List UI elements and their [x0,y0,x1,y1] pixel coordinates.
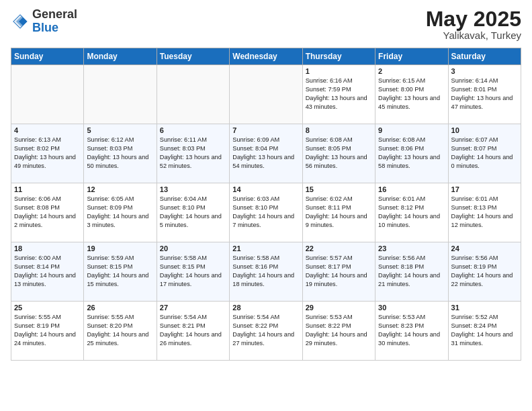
sunset-text: Sunset: 8:08 PM [14,204,60,211]
sunrise-text: Sunrise: 6:00 AM [14,255,61,261]
daylight-text: Daylight: 13 hours and 49 minutes. [14,154,76,169]
daylight-text: Daylight: 14 hours and 22 minutes. [451,272,513,287]
sunrise-text: Sunrise: 5:57 AM [306,255,353,261]
sunset-text: Sunset: 8:04 PM [232,145,278,152]
calendar-week-row: 18Sunrise: 6:00 AMSunset: 8:14 PMDayligh… [11,242,521,302]
day-info: Sunrise: 6:15 AMSunset: 8:00 PMDaylight:… [378,77,445,111]
day-number: 9 [378,126,445,134]
sunrise-text: Sunrise: 6:01 AM [451,195,498,202]
day-number: 3 [451,67,518,75]
table-row: 27Sunrise: 5:54 AMSunset: 8:21 PMDayligh… [157,302,229,361]
day-number: 19 [87,244,153,253]
day-number: 1 [306,67,372,75]
day-info: Sunrise: 5:55 AMSunset: 8:20 PMDaylight:… [87,313,153,348]
day-info: Sunrise: 6:12 AMSunset: 8:03 PMDaylight:… [87,136,153,171]
daylight-text: Daylight: 14 hours and 29 minutes. [306,331,367,347]
table-row: 4Sunrise: 6:13 AMSunset: 8:02 PMDaylight… [11,124,84,183]
sunset-text: Sunset: 8:10 PM [232,204,278,211]
day-info: Sunrise: 6:05 AMSunset: 8:09 PMDaylight:… [87,195,153,230]
day-number: 17 [451,185,518,193]
day-number: 11 [14,185,81,193]
daylight-text: Daylight: 13 hours and 47 minutes. [451,95,513,110]
sunset-text: Sunset: 8:19 PM [451,263,497,270]
table-row: 22Sunrise: 5:57 AMSunset: 8:17 PMDayligh… [302,242,375,302]
sunset-text: Sunset: 8:03 PM [160,145,206,152]
sunset-text: Sunset: 8:11 PM [306,204,351,211]
sunrise-text: Sunrise: 5:53 AM [306,314,353,320]
table-row: 26Sunrise: 5:55 AMSunset: 8:20 PMDayligh… [84,302,157,361]
calendar-week-row: 25Sunrise: 5:55 AMSunset: 8:19 PMDayligh… [11,302,521,361]
sunset-text: Sunset: 8:10 PM [160,204,206,211]
sunset-text: Sunset: 8:06 PM [378,145,424,152]
table-row: 28Sunrise: 5:54 AMSunset: 8:22 PMDayligh… [230,302,302,361]
sunrise-text: Sunrise: 5:54 AM [160,314,207,320]
table-row: 9Sunrise: 6:08 AMSunset: 8:06 PMDaylight… [375,124,448,183]
calendar-week-row: 1Sunrise: 6:16 AMSunset: 7:59 PMDaylight… [11,65,521,124]
daylight-text: Daylight: 13 hours and 58 minutes. [378,154,440,169]
sunrise-text: Sunrise: 6:08 AM [306,136,353,143]
sunrise-text: Sunrise: 6:09 AM [232,136,279,143]
sunrise-text: Sunrise: 5:58 AM [160,255,207,261]
sunset-text: Sunset: 8:12 PM [378,204,424,211]
day-info: Sunrise: 5:56 AMSunset: 8:18 PMDaylight:… [378,254,445,289]
table-row [157,65,229,124]
table-row: 25Sunrise: 5:55 AMSunset: 8:19 PMDayligh… [11,302,84,361]
daylight-text: Daylight: 14 hours and 10 minutes. [378,213,440,228]
daylight-text: Daylight: 14 hours and 24 minutes. [14,331,76,347]
day-info: Sunrise: 6:02 AMSunset: 8:11 PMDaylight:… [306,195,372,230]
sunrise-text: Sunrise: 6:08 AM [378,136,425,143]
sunrise-text: Sunrise: 6:07 AM [451,136,498,143]
day-info: Sunrise: 5:52 AMSunset: 8:24 PMDaylight:… [451,313,518,348]
sunset-text: Sunset: 8:15 PM [87,263,132,270]
day-info: Sunrise: 6:07 AMSunset: 8:07 PMDaylight:… [451,136,518,171]
day-info: Sunrise: 5:55 AMSunset: 8:19 PMDaylight:… [14,313,81,348]
sunrise-text: Sunrise: 6:05 AM [87,195,134,202]
day-number: 15 [306,185,372,193]
daylight-text: Daylight: 13 hours and 52 minutes. [160,154,222,169]
daylight-text: Daylight: 13 hours and 54 minutes. [232,154,294,169]
sunrise-text: Sunrise: 6:03 AM [232,195,279,202]
daylight-text: Daylight: 14 hours and 21 minutes. [378,272,440,287]
daylight-text: Daylight: 14 hours and 5 minutes. [160,213,222,228]
day-number: 10 [451,126,518,134]
day-info: Sunrise: 6:04 AMSunset: 8:10 PMDaylight:… [160,195,226,230]
col-friday: Friday [375,48,448,65]
day-info: Sunrise: 6:13 AMSunset: 8:02 PMDaylight:… [14,136,81,171]
day-info: Sunrise: 6:08 AMSunset: 8:05 PMDaylight:… [306,136,372,171]
daylight-text: Daylight: 14 hours and 7 minutes. [232,213,294,228]
title-location: Yalikavak, Turkey [426,30,521,41]
logo-general-text: General [32,7,77,21]
sunset-text: Sunset: 8:05 PM [306,145,351,152]
sunset-text: Sunset: 8:17 PM [306,263,351,270]
sunrise-text: Sunrise: 6:16 AM [306,77,353,84]
col-thursday: Thursday [302,48,375,65]
logo-text: General Blue [32,8,77,35]
daylight-text: Daylight: 13 hours and 43 minutes. [306,95,367,110]
col-tuesday: Tuesday [157,48,229,65]
day-number: 21 [232,244,299,253]
day-number: 27 [160,304,226,312]
table-row: 15Sunrise: 6:02 AMSunset: 8:11 PMDayligh… [302,183,375,242]
day-number: 2 [378,67,445,75]
sunrise-text: Sunrise: 6:04 AM [160,195,207,202]
day-info: Sunrise: 5:58 AMSunset: 8:16 PMDaylight:… [232,254,299,289]
day-info: Sunrise: 6:00 AMSunset: 8:14 PMDaylight:… [14,254,81,289]
daylight-text: Daylight: 14 hours and 2 minutes. [14,213,76,228]
table-row: 7Sunrise: 6:09 AMSunset: 8:04 PMDaylight… [230,124,302,183]
daylight-text: Daylight: 14 hours and 13 minutes. [14,272,76,287]
col-saturday: Saturday [448,48,521,65]
table-row: 12Sunrise: 6:05 AMSunset: 8:09 PMDayligh… [84,183,157,242]
daylight-text: Daylight: 14 hours and 0 minutes. [451,154,513,169]
logo: General Blue [11,8,77,35]
table-row: 20Sunrise: 5:58 AMSunset: 8:15 PMDayligh… [157,242,229,302]
day-number: 13 [160,185,226,193]
day-info: Sunrise: 6:06 AMSunset: 8:08 PMDaylight:… [14,195,81,230]
day-number: 22 [306,244,372,253]
day-number: 23 [378,244,445,253]
sunrise-text: Sunrise: 5:56 AM [378,255,425,261]
table-row: 11Sunrise: 6:06 AMSunset: 8:08 PMDayligh… [11,183,84,242]
sunrise-text: Sunrise: 6:15 AM [378,77,425,84]
sunrise-text: Sunrise: 5:54 AM [232,314,279,320]
calendar-table: Sunday Monday Tuesday Wednesday Thursday… [11,48,521,361]
day-info: Sunrise: 6:16 AMSunset: 7:59 PMDaylight:… [306,77,372,111]
